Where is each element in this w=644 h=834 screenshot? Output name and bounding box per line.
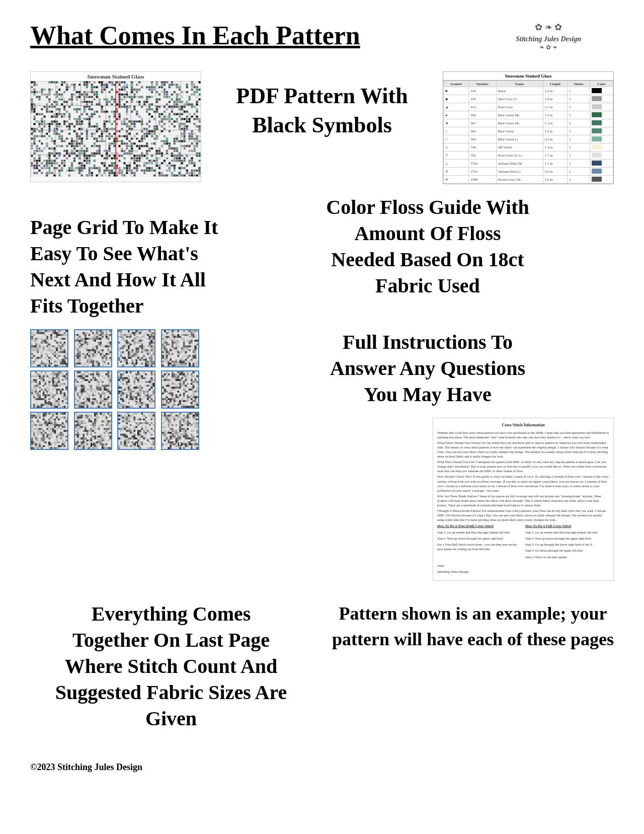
page-thumbnail: 9	[30, 412, 68, 450]
cross-stitch-info-block: Cross Stitch Information Whether this is…	[433, 418, 614, 581]
floss-table-row: △3750Antique Blue Dk1.1 m1	[444, 160, 613, 168]
page-number: 5	[48, 400, 51, 406]
page-thumbnail: 10	[74, 412, 112, 450]
col-name: Name	[496, 81, 543, 87]
page-number: 1	[48, 358, 51, 364]
how-to-fc-title: How To Do A Full Cross Stitch	[525, 524, 609, 529]
pattern-canvas	[31, 81, 201, 177]
page-number: 10	[90, 441, 96, 447]
col-color: Color	[590, 81, 613, 87]
col-skeins: Skeins	[568, 81, 590, 87]
page-thumbnail: 7	[117, 370, 155, 409]
header: What Comes In Each Pattern ✿ ❧ ✿ Stitchi…	[30, 20, 614, 51]
page-number: 11	[134, 441, 139, 447]
floss-table-row: ✦3799Pewter Grey Dk1.6 m1	[444, 176, 613, 184]
col-length: Length	[543, 81, 567, 87]
main-title: What Comes In Each Pattern	[30, 20, 360, 51]
floss-table-container: Snowman Stained Glass Symbol Number Name…	[443, 71, 614, 184]
pdf-pattern-text: PDF Pattern With Black Symbols	[236, 82, 408, 139]
pages-grid-area: 123456789101112	[30, 329, 221, 450]
color-swatch	[592, 120, 602, 125]
everything-together-text: Everything Comes Together On Last Page W…	[30, 601, 312, 732]
color-swatch	[592, 112, 602, 117]
how-to-ev-title: How To Do A True (Full) Cross Stitch	[437, 524, 521, 529]
floss-table-row: ◆318Steel Grey Lt1.8 m1	[444, 95, 613, 103]
svg-text:❧ ✿ ❧: ❧ ✿ ❧	[539, 44, 557, 50]
cross-stitch-chart: Snowman Stained Glass	[30, 71, 201, 182]
brand-flourish-icon: ✿ ❧ ✿ Stitching Jules Design ❧ ✿ ❧	[503, 20, 594, 50]
col-symbol: Symbol	[444, 81, 469, 87]
page-thumbnail: 11	[117, 412, 155, 450]
floss-table-row: ◇746Off White1.4 m1	[444, 143, 613, 151]
how-to-ev-col: How To Do A True (Full) Cross Stitch Ste…	[437, 524, 521, 560]
color-swatch	[592, 153, 602, 158]
footer: ©2023 Stitching Jules Design	[30, 752, 614, 773]
page-grid-text: Page Grid To Make It Easy To See What's …	[30, 194, 221, 319]
cross-stitch-info-body: Whether this is the first cross stitch p…	[437, 430, 609, 522]
signature: JulesStitching Jules Design	[437, 564, 609, 575]
color-swatch	[592, 177, 602, 182]
floss-table-row: ●500Blue Green Dk1.5 m1	[444, 111, 613, 119]
how-to-fc-steps: Step 1: Go up needle and floss through b…	[525, 530, 609, 559]
floss-table-row: ✕3752Antique Blue Lt2.0 m1	[444, 168, 613, 176]
color-swatch	[592, 136, 602, 141]
full-instructions-text: Full Instructions To Answer Any Question…	[330, 329, 525, 408]
floss-table-row: ■310Black2.3 m1	[444, 87, 613, 95]
copyright-text: ©2023 Stitching Jules Design	[30, 762, 614, 773]
svg-text:✿ ❧ ✿: ✿ ❧ ✿	[535, 22, 562, 32]
right-column: Color Floss Guide With Amount Of Floss N…	[242, 194, 614, 309]
page-number: 4	[179, 358, 182, 364]
floss-table-row: ★501Blue Green Dk1.2 m1	[444, 119, 613, 127]
page-thumbnail: 5	[30, 370, 68, 409]
floss-table-row: ○502Blue Green1.9 m1	[444, 127, 613, 135]
page-thumbnail: 2	[74, 329, 112, 367]
section-1-text: PDF Pattern With Black Symbols	[221, 71, 423, 139]
chart-title: Snowman Stained Glass	[31, 72, 201, 81]
cross-stitch-info-title: Cross Stitch Information	[437, 422, 609, 428]
svg-text:Stitching Jules Design: Stitching Jules Design	[516, 35, 581, 43]
how-to-fc-col: How To Do A Full Cross Stitch Step 1: Go…	[525, 524, 609, 560]
section-3-right: Full Instructions To Answer Any Question…	[242, 329, 614, 581]
page-thumbnail: 1	[30, 329, 68, 367]
page-number: 9	[48, 441, 51, 447]
col-number: Number	[469, 81, 496, 87]
how-to-ev-steps: Step 1: Go up needle and floss through b…	[437, 530, 521, 551]
floss-table-row: ▽762Pearl Grey Vy Lt1.7 m1	[444, 151, 613, 160]
section-4: Everything Comes Together On Last Page W…	[30, 601, 614, 732]
page-thumbnail: 3	[117, 329, 155, 367]
page-thumbnail: 8	[161, 370, 199, 409]
page-thumbnail: 6	[74, 370, 112, 409]
color-swatch	[592, 88, 602, 93]
page-thumbnail: 12	[161, 412, 199, 450]
color-swatch	[592, 144, 602, 149]
page: What Comes In Each Pattern ✿ ❧ ✿ Stitchi…	[0, 0, 644, 834]
color-swatch	[592, 96, 602, 101]
pages-grid: 123456789101112	[30, 329, 201, 450]
section-3: 123456789101112 Full Instructions To Ans…	[30, 329, 614, 581]
page-number: 2	[92, 358, 95, 364]
section-2: Page Grid To Make It Easy To See What's …	[30, 194, 614, 319]
color-swatch	[592, 161, 602, 166]
page-number: 12	[177, 441, 183, 447]
page-thumbnail: 4	[161, 329, 199, 367]
floss-table-row: □503Blue Green Lt2.2 m1	[444, 135, 613, 143]
section-1: Snowman Stained Glass PDF Pattern With B…	[30, 71, 614, 184]
floss-table-row: ▲415Pearl Grey2.1 m1	[444, 103, 613, 111]
page-number: 3	[135, 358, 138, 364]
how-to-stitch-cols: How To Do A True (Full) Cross Stitch Ste…	[437, 524, 609, 560]
floss-table: Symbol Number Name Length Skeins Color ■…	[443, 81, 613, 184]
color-swatch	[592, 169, 602, 174]
cross-stitch-image-area: Snowman Stained Glass	[30, 71, 201, 182]
color-swatch	[592, 128, 602, 133]
floss-table-title: Snowman Stained Glass	[443, 72, 613, 81]
color-swatch	[592, 104, 602, 109]
page-number: 6	[92, 400, 95, 406]
page-number: 7	[135, 400, 138, 406]
example-note-text: Pattern shown is an example; your patter…	[332, 601, 614, 732]
page-number: 8	[179, 400, 182, 406]
brand-logo: ✿ ❧ ✿ Stitching Jules Design ❧ ✿ ❧	[483, 20, 614, 50]
color-floss-text: Color Floss Guide With Amount Of Floss N…	[326, 194, 529, 299]
